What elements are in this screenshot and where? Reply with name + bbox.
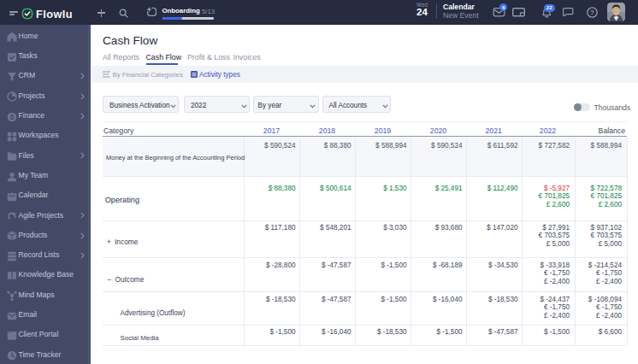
svg-text:?: ?	[590, 9, 594, 16]
svg-text:$: $	[10, 113, 15, 121]
